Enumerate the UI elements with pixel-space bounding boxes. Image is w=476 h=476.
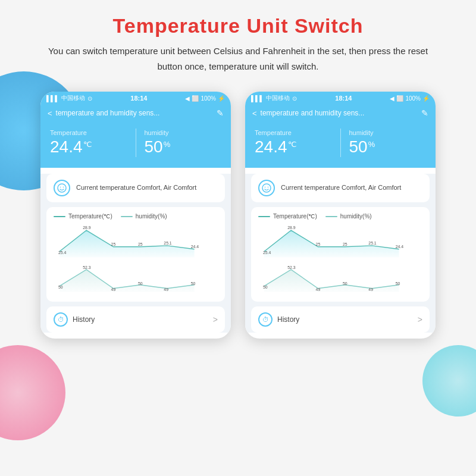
temp-value-right: 24.4 ℃ (255, 137, 332, 156)
svg-text:28.9: 28.9 (287, 226, 296, 230)
legend-hum-right: humidity(%) (325, 213, 372, 220)
svg-text:50: 50 (138, 281, 143, 286)
signal-icon: ▌▌▌ (46, 95, 59, 102)
svg-text:28.9: 28.9 (83, 226, 91, 230)
comfort-text-right: Current temperature Comfort, Air Comfort (281, 183, 401, 192)
history-icon-right: ⏱ (258, 312, 273, 327)
svg-text:52.3: 52.3 (287, 265, 296, 270)
temp-value-left: 24.4 ℃ (50, 137, 127, 156)
svg-text:25.4: 25.4 (58, 250, 67, 255)
history-label-right: History (277, 315, 299, 324)
legend-temp-line-left (54, 216, 65, 217)
hum-label-right: humidity (349, 129, 427, 136)
svg-text:24.4: 24.4 (191, 245, 199, 249)
back-button-left[interactable]: < (48, 109, 52, 118)
history-arrow-right: > (418, 315, 422, 324)
svg-text:50: 50 (263, 285, 268, 289)
legend-temp-right: Temperature(℃) (258, 213, 317, 220)
status-bar-right: ▌▌▌ 中国移动 ⊙ 18:14 ◀ ⬜ 100% ⚡ (245, 92, 436, 105)
battery-pct-right: 100% (405, 95, 421, 102)
battery-bolt-right: ⚡ (422, 95, 430, 102)
phone-left: ▌▌▌ 中国移动 ⊙ 18:14 ◀ ⬜ 100% ⚡ < temperatur… (40, 92, 231, 339)
hum-unit-left: % (164, 140, 171, 149)
temp-unit-left: ℃ (83, 140, 92, 149)
status-left: ▌▌▌ 中国移动 ⊙ (46, 94, 92, 102)
svg-point-15 (262, 184, 271, 192)
back-icon-right: < (252, 109, 257, 118)
smiley-icon-right (262, 183, 271, 193)
temp-label-right: Temperature (255, 129, 332, 136)
svg-point-2 (63, 187, 64, 188)
readings-row-left: Temperature 24.4 ℃ humidity 50 % (50, 129, 221, 157)
battery-icon-right: ⬜ (396, 95, 403, 102)
hum-block-left: humidity 50 % (145, 129, 222, 156)
smiley-icon-left (57, 183, 67, 193)
reading-divider-left (136, 129, 136, 157)
carrier-right: 中国移动 (266, 94, 290, 102)
history-icon-left: ⏱ (54, 312, 68, 327)
chart-legend-left: Temperature(℃) humidity(%) (54, 213, 218, 220)
phone-header-right: Temperature 24.4 ℃ humidity 50 % (245, 123, 436, 168)
comfort-card-right: Current temperature Comfort, Air Comfort (251, 174, 430, 202)
svg-text:50: 50 (58, 285, 63, 289)
phone-content-left: Current temperature Comfort, Air Comfort… (40, 174, 231, 333)
location-icon: ◀ (185, 95, 190, 102)
svg-text:25: 25 (316, 242, 321, 246)
time-left: 18:14 (130, 95, 147, 102)
status-left-right: ▌▌▌ 中国移动 ⊙ (251, 94, 297, 102)
phone-header-left: Temperature 24.4 ℃ humidity 50 % (40, 123, 231, 168)
phones-row: ▌▌▌ 中国移动 ⊙ 18:14 ◀ ⬜ 100% ⚡ < temperatur… (0, 92, 476, 339)
page-title: Temperature Unit Switch (0, 14, 476, 37)
temp-block-left: Temperature 24.4 ℃ (50, 129, 127, 156)
legend-hum-line-left (121, 216, 133, 217)
history-row-left[interactable]: ⏱ History > (46, 306, 225, 333)
page-description: You can switch temperature unit between … (0, 43, 476, 86)
wifi-icon-right: ⊙ (292, 95, 297, 102)
battery-bolt: ⚡ (218, 95, 225, 102)
hum-chart-left: 50 52.3 49 50 49 50 (54, 264, 218, 293)
nav-bar-left: < temperature and humidity sens... ✎ (40, 105, 231, 123)
svg-text:49: 49 (111, 287, 116, 292)
status-right-left: ◀ ⬜ 100% ⚡ (185, 95, 225, 102)
svg-text:25.1: 25.1 (368, 241, 377, 245)
location-icon-right: ◀ (390, 95, 394, 102)
legend-temp-left: Temperature(℃) (54, 213, 112, 220)
history-label-left: History (73, 315, 95, 324)
back-icon-left: < (48, 109, 52, 118)
temp-chart-left: 25.4 28.9 25 25 25.1 24.4 (54, 223, 218, 259)
svg-point-17 (268, 187, 269, 188)
clock-icon-left: ⏱ (58, 316, 64, 323)
page-title-section: Temperature Unit Switch (0, 0, 476, 43)
battery-pct-left: 100% (201, 95, 216, 102)
svg-text:50: 50 (396, 281, 400, 286)
svg-text:25.4: 25.4 (263, 250, 271, 255)
back-button-right[interactable]: < (252, 109, 257, 118)
svg-text:49: 49 (368, 287, 373, 292)
comfort-icon-right (258, 180, 275, 196)
temp-block-right: Temperature 24.4 ℃ (255, 129, 332, 156)
comfort-text-left: Current temperature Comfort, Air Comfort (76, 183, 196, 192)
edit-icon-left[interactable]: ✎ (217, 108, 224, 118)
chart-legend-right: Temperature(℃) humidity(%) (258, 213, 422, 220)
deco-blob-bottom-right (422, 345, 476, 416)
svg-text:25: 25 (343, 242, 347, 246)
svg-text:50: 50 (191, 281, 196, 286)
signal-icon-right: ▌▌▌ (251, 95, 264, 102)
edit-icon-right[interactable]: ✎ (421, 108, 428, 118)
nav-title-left: temperature and humidity sens... (56, 109, 217, 117)
temp-chart-right: 25.4 28.9 25 25 25.1 24.4 (258, 223, 422, 259)
svg-text:25: 25 (138, 242, 143, 246)
time-right: 18:14 (335, 95, 352, 102)
deco-blob-bottom-left (0, 345, 65, 440)
chart-card-right: Temperature(℃) humidity(%) (251, 207, 430, 302)
reading-divider-right (340, 129, 341, 157)
svg-text:24.4: 24.4 (396, 245, 404, 249)
phone-content-right: Current temperature Comfort, Air Comfort… (245, 174, 436, 333)
nav-title-right: temperature and humidity sens... (261, 109, 421, 117)
history-row-right[interactable]: ⏱ History > (251, 306, 430, 333)
history-arrow-left: > (213, 315, 218, 324)
clock-icon-right: ⏱ (262, 316, 269, 323)
svg-text:49: 49 (316, 287, 321, 292)
svg-point-1 (60, 187, 61, 188)
status-right-right: ◀ ⬜ 100% ⚡ (390, 95, 430, 102)
